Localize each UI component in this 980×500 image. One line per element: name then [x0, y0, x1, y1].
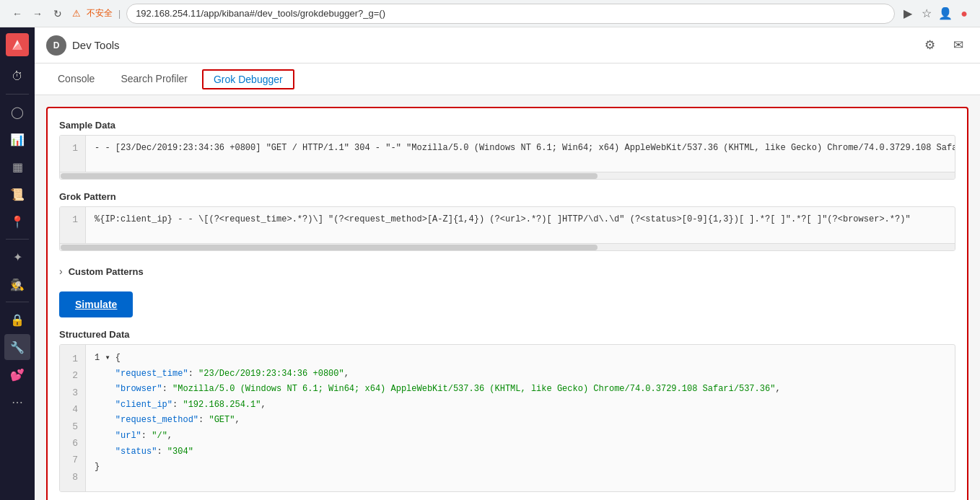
menu-icon[interactable]: ● — [957, 6, 971, 21]
kibana-logo-icon — [10, 38, 25, 52]
sample-data-scrollbar[interactable] — [60, 172, 955, 179]
top-header: D Dev Tools ⚙ ✉ — [35, 27, 980, 63]
sidebar: ⏱ ◯ 📊 ▦ 📜 📍 ✦ 🕵 🔒 🔧 💕 ⋯ — [0, 27, 35, 500]
sidebar-item-visualize[interactable]: 📊 — [4, 126, 30, 152]
grok-pattern-inner: 1 %{IP:client_ip} - - \[(?<request_time>… — [60, 207, 955, 243]
custom-patterns-toggle[interactable]: › Custom Patterns — [59, 263, 955, 280]
content-area: Sample Data 1 - - [23/Dec/2019:23:34:36 … — [35, 95, 980, 500]
sidebar-item-more[interactable]: ⋯ — [4, 389, 30, 415]
sidebar-item-dashboard[interactable]: ▦ — [4, 154, 30, 180]
main-area: D Dev Tools ⚙ ✉ Console Search Profiler … — [35, 27, 980, 500]
sidebar-divider-3 — [6, 302, 29, 302]
structured-data-label: Structured Data — [59, 329, 955, 340]
sidebar-item-help[interactable]: 💕 — [4, 361, 30, 387]
sample-data-label: Sample Data — [59, 120, 955, 131]
sidebar-item-devtools[interactable]: 🔧 — [4, 334, 30, 360]
json-line-2: "request_time": "23/Dec/2019:23:34:36 +0… — [95, 367, 946, 382]
tab-grok-debugger[interactable]: Grok Debugger — [202, 69, 294, 89]
json-line-5: "request_method": "GET", — [95, 413, 946, 429]
app-logo-area: D Dev Tools — [46, 35, 120, 56]
grok-pattern-editor[interactable]: 1 %{IP:client_ip} - - \[(?<request_time>… — [59, 206, 955, 251]
json-line-7: "status": "304" — [95, 444, 946, 460]
simulate-button[interactable]: Simulate — [59, 291, 133, 317]
sidebar-item-clock[interactable]: ⏱ — [4, 63, 30, 89]
sidebar-item-discover[interactable]: ◯ — [4, 99, 30, 125]
settings-icon[interactable]: ⚙ — [919, 35, 940, 56]
app-container: ⏱ ◯ 📊 ▦ 📜 📍 ✦ 🕵 🔒 🔧 💕 ⋯ D Dev Tools ⚙ ✉ — [0, 27, 980, 500]
json-line-3: "browser": "Mozilla/5.0 (Windows NT 6.1;… — [95, 382, 946, 398]
structured-data-section: Structured Data 1 2 3 4 5 6 7 8 — [59, 329, 955, 492]
sample-data-line-numbers: 1 — [60, 136, 86, 172]
app-title: Dev Tools — [72, 39, 120, 51]
grok-pattern-scrollbar[interactable] — [60, 243, 955, 250]
sample-data-editor[interactable]: 1 - - [23/Dec/2019:23:34:36 +0800] "GET … — [59, 135, 955, 180]
nav-tabs: Console Search Profiler Grok Debugger — [35, 63, 980, 95]
structured-code: 1 2 3 4 5 6 7 8 1 ▾ { — [60, 345, 955, 491]
structured-content: 1 ▾ { "request_time": "23/Dec/2019:23:34… — [86, 345, 955, 491]
separator: | — [118, 9, 121, 19]
sidebar-item-apm[interactable]: ✦ — [4, 244, 30, 270]
insecure-label: 不安全 — [87, 7, 113, 19]
json-line-6: "url": "/", — [95, 429, 946, 444]
sidebar-divider-2 — [6, 239, 29, 240]
grok-pattern-scrollbar-thumb — [61, 245, 598, 250]
custom-patterns-chevron: › — [59, 266, 63, 277]
mail-icon[interactable]: ✉ — [948, 35, 968, 56]
sidebar-item-canvas[interactable]: 📜 — [4, 181, 30, 207]
grok-pattern-label: Grok Pattern — [59, 191, 955, 202]
tab-console[interactable]: Console — [46, 63, 106, 95]
bookmark-icon[interactable]: ☆ — [919, 6, 934, 21]
grok-pattern-line-numbers: 1 — [60, 207, 86, 243]
custom-patterns-label: Custom Patterns — [69, 266, 144, 277]
structured-line-nums: 1 2 3 4 5 6 7 8 — [60, 345, 86, 491]
grok-pattern-section: Grok Pattern 1 %{IP:client_ip} - - \[(?<… — [59, 191, 955, 251]
structured-data-box: 1 2 3 4 5 6 7 8 1 ▾ { — [59, 344, 955, 492]
account-icon[interactable]: 👤 — [938, 6, 953, 21]
sample-data-inner: 1 - - [23/Dec/2019:23:34:36 +0800] "GET … — [60, 136, 955, 172]
main-panel: Sample Data 1 - - [23/Dec/2019:23:34:36 … — [46, 107, 968, 500]
simulate-section: Simulate — [59, 291, 955, 317]
back-button[interactable]: ← — [9, 5, 26, 22]
address-bar[interactable] — [126, 4, 895, 24]
security-warning-icon: ⚠ — [72, 8, 81, 19]
tab-search-profiler[interactable]: Search Profiler — [109, 63, 199, 95]
reload-button[interactable]: ↻ — [49, 5, 66, 22]
sidebar-item-management[interactable]: 🔒 — [4, 307, 30, 333]
sidebar-divider-1 — [6, 94, 29, 95]
sidebar-item-uptime[interactable]: 🕵 — [4, 271, 30, 297]
json-line-8: } — [95, 460, 946, 475]
kibana-logo — [6, 33, 29, 56]
user-avatar: D — [46, 35, 66, 56]
sample-data-section: Sample Data 1 - - [23/Dec/2019:23:34:36 … — [59, 120, 955, 180]
json-line-4: "client_ip": "192.168.254.1", — [95, 398, 946, 413]
sample-data-scrollbar-thumb — [61, 173, 598, 179]
browser-nav: ← → ↻ — [9, 5, 66, 22]
browser-bar: ← → ↻ ⚠ 不安全 | ▶ ☆ 👤 ● — [0, 0, 980, 27]
json-line-1: 1 ▾ { — [95, 351, 946, 367]
forward-button[interactable]: → — [29, 5, 46, 22]
grok-pattern-content[interactable]: %{IP:client_ip} - - \[(?<request_time>.*… — [86, 207, 955, 243]
sidebar-item-maps[interactable]: 📍 — [4, 209, 30, 234]
browser-actions: ▶ ☆ 👤 ● — [901, 6, 971, 21]
cast-icon[interactable]: ▶ — [901, 6, 915, 21]
sample-data-content[interactable]: - - [23/Dec/2019:23:34:36 +0800] "GET / … — [86, 136, 955, 172]
